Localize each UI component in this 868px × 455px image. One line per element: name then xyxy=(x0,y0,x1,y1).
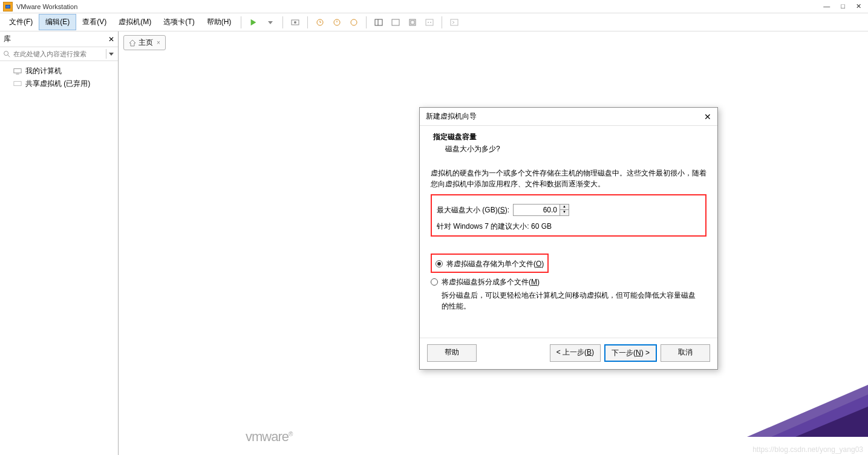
vmware-logo: vmware® xyxy=(246,429,292,445)
tab-label: 主页 xyxy=(139,38,153,48)
back-button[interactable]: < 上一步(B) xyxy=(550,344,601,362)
window-titlebar: VMware Workstation — □ ✕ xyxy=(0,0,868,13)
disk-size-recommendation: 针对 Windows 7 的建议大小: 60 GB xyxy=(437,221,700,232)
search-row xyxy=(0,47,118,61)
radio-single-file[interactable] xyxy=(436,260,443,267)
snapshot-icon[interactable] xyxy=(288,15,302,30)
play-dropdown-icon[interactable] xyxy=(263,15,278,30)
svg-rect-10 xyxy=(375,19,382,25)
clock-icon-2[interactable] xyxy=(330,15,344,30)
svg-rect-22 xyxy=(14,68,21,73)
minimize-button[interactable]: — xyxy=(823,2,830,10)
next-button[interactable]: 下一步(N) > xyxy=(604,344,657,362)
home-icon xyxy=(129,39,136,47)
menu-vm[interactable]: 虚拟机(M) xyxy=(113,15,157,30)
sidebar-title: 库 xyxy=(4,34,11,44)
svg-point-17 xyxy=(430,22,431,23)
new-vm-wizard-dialog: 新建虚拟机向导 ✕ 指定磁盘容量 磁盘大小为多少? 虚拟机的硬盘作为一个或多个文… xyxy=(419,107,718,370)
sidebar-item-shared-vm[interactable]: 共享虚拟机 (已弃用) xyxy=(5,77,113,90)
tab-close-button[interactable]: × xyxy=(157,39,160,46)
app-icon xyxy=(3,2,13,11)
svg-rect-12 xyxy=(392,19,399,25)
disk-size-input[interactable] xyxy=(513,204,560,216)
console-icon[interactable] xyxy=(447,15,462,30)
disk-size-spinner[interactable]: ▲ ▼ xyxy=(513,204,569,216)
shared-icon xyxy=(13,80,22,88)
single-file-highlighted-box: 将虚拟磁盘存储为单个文件(O) xyxy=(431,254,549,273)
svg-point-3 xyxy=(294,21,296,24)
search-input[interactable] xyxy=(13,50,106,57)
svg-line-20 xyxy=(8,55,10,57)
svg-marker-1 xyxy=(268,21,273,24)
fullscreen-icon[interactable] xyxy=(405,15,420,30)
clock-icon-3[interactable] xyxy=(347,15,361,30)
sidebar: 库 ✕ 我的计算机 共享虚拟机 (已弃用) xyxy=(0,31,119,455)
window-title: VMware Workstation xyxy=(16,3,77,10)
radio-split-files-note: 拆分磁盘后，可以更轻松地在计算机之间移动虚拟机，但可能会降低大容量磁盘的性能。 xyxy=(431,290,697,312)
play-button[interactable] xyxy=(246,15,261,30)
cancel-button[interactable]: 取消 xyxy=(661,344,710,362)
unity-icon[interactable] xyxy=(422,15,437,30)
layout-single-icon[interactable] xyxy=(388,15,403,30)
sidebar-close-button[interactable]: ✕ xyxy=(108,35,114,44)
layout-split-icon[interactable] xyxy=(371,15,386,30)
sidebar-item-label: 我的计算机 xyxy=(25,66,62,76)
maximize-button[interactable]: □ xyxy=(841,2,845,10)
dialog-header-title: 指定磁盘容量 xyxy=(433,132,705,142)
svg-rect-14 xyxy=(411,21,414,24)
svg-point-19 xyxy=(4,51,8,56)
menu-tabs[interactable]: 选项卡(T) xyxy=(157,15,200,30)
svg-point-9 xyxy=(351,19,357,25)
svg-rect-24 xyxy=(14,81,21,85)
svg-marker-0 xyxy=(251,19,256,25)
radio-split-files[interactable] xyxy=(431,278,438,286)
svg-point-16 xyxy=(428,22,429,23)
content-area: 主页 × ⇄ 服务器 vmware® https://blog.csdn.net… xyxy=(119,31,868,455)
radio-single-file-label: 将虚拟磁盘存储为单个文件(O) xyxy=(446,258,544,269)
menu-edit[interactable]: 编辑(E) xyxy=(39,14,76,30)
disk-size-highlighted-box: 最大磁盘大小 (GB)(S): ▲ ▼ 针对 Windows 7 的建议大小: … xyxy=(431,194,706,237)
sidebar-item-label: 共享虚拟机 (已弃用) xyxy=(25,79,90,89)
disk-size-label: 最大磁盘大小 (GB)(S): xyxy=(437,205,509,215)
radio-split-files-label: 将虚拟磁盘拆分成多个文件(M) xyxy=(442,277,540,287)
menu-file[interactable]: 文件(F) xyxy=(3,15,39,30)
svg-marker-25 xyxy=(129,40,135,46)
menu-help[interactable]: 帮助(H) xyxy=(201,15,238,30)
spinner-down-button[interactable]: ▼ xyxy=(560,210,569,215)
svg-rect-15 xyxy=(426,19,433,25)
tab-home[interactable]: 主页 × xyxy=(123,35,166,50)
spinner-up-button[interactable]: ▲ xyxy=(560,205,569,210)
menubar: 文件(F) 编辑(E) 查看(V) 虚拟机(M) 选项卡(T) 帮助(H) xyxy=(0,13,868,31)
dialog-close-button[interactable]: ✕ xyxy=(704,112,711,122)
search-icon xyxy=(2,50,11,58)
search-dropdown-icon[interactable] xyxy=(106,49,116,59)
clock-icon[interactable] xyxy=(313,15,327,30)
svg-marker-21 xyxy=(109,53,114,56)
sidebar-item-my-computer[interactable]: 我的计算机 xyxy=(5,65,113,77)
dialog-description: 虚拟机的硬盘作为一个或多个文件存储在主机的物理磁盘中。这些文件最初很小，随着您向… xyxy=(431,168,706,189)
dialog-title: 新建虚拟机向导 xyxy=(426,111,477,122)
help-button[interactable]: 帮助 xyxy=(427,344,477,362)
menu-view[interactable]: 查看(V) xyxy=(76,15,113,30)
close-button[interactable]: ✕ xyxy=(856,2,861,10)
computer-icon xyxy=(13,68,22,75)
dialog-header-subtitle: 磁盘大小为多少? xyxy=(433,144,705,154)
watermark-text: https://blog.csdn.net/yong_yang03 xyxy=(752,445,863,454)
